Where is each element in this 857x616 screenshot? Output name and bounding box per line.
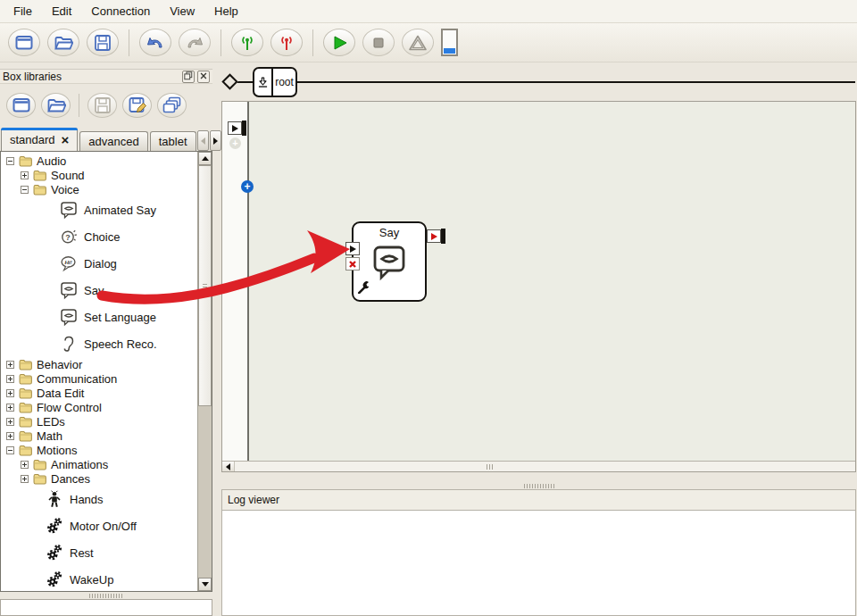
tree-item-rest[interactable]: Rest xyxy=(2,539,196,566)
say-onstart-input-port[interactable] xyxy=(345,242,360,255)
tree-item-hands[interactable]: Hands xyxy=(2,486,196,512)
breadcrumb-root[interactable]: root xyxy=(253,67,297,97)
tree-item-motor-on-off[interactable]: Motor On/Off xyxy=(2,512,196,539)
left-panel-splitter[interactable] xyxy=(0,592,212,599)
menu-file[interactable]: File xyxy=(4,1,42,21)
folder-icon xyxy=(33,184,46,196)
undo-arrow-icon xyxy=(146,33,165,53)
plus-expander-icon[interactable] xyxy=(6,404,14,412)
box-libraries-header: Box libraries xyxy=(0,69,212,84)
say-output-port[interactable] xyxy=(427,229,445,244)
robot-icon xyxy=(46,490,63,508)
floppy-edit-icon xyxy=(128,96,147,115)
tree-scrollbar-thumb[interactable] xyxy=(198,165,212,406)
tree-scrollbar[interactable] xyxy=(197,152,212,591)
add-port-button-faint[interactable]: + xyxy=(229,137,241,149)
tree-item-flow-control[interactable]: Flow Control xyxy=(2,400,196,414)
tree-item-label: Choice xyxy=(84,230,120,244)
speech-bubble-icon xyxy=(60,201,78,219)
wrench-icon[interactable] xyxy=(357,279,371,297)
open-library-button[interactable] xyxy=(41,93,71,118)
plus-expander-icon[interactable] xyxy=(21,461,29,469)
stop-button[interactable] xyxy=(362,29,395,56)
tree-item-math[interactable]: Math xyxy=(2,429,196,443)
menu-view[interactable]: View xyxy=(160,1,204,21)
debug-button[interactable] xyxy=(402,29,434,56)
tree-item-dialog[interactable]: Hi!Dialog xyxy=(2,250,196,277)
canvas-horizontal-scrollbar[interactable] xyxy=(222,461,855,471)
tree-item-leds[interactable]: LEDs xyxy=(2,414,196,429)
tree-item-say[interactable]: Say xyxy=(2,277,196,304)
tree-item-label: Rest xyxy=(70,546,94,560)
save-all-libraries-button[interactable] xyxy=(157,93,187,118)
diagram-onstart-port[interactable] xyxy=(228,121,246,136)
save-project-button[interactable] xyxy=(87,29,119,56)
save-library-button[interactable] xyxy=(87,93,117,118)
port-bar xyxy=(242,121,246,136)
add-port-button[interactable]: + xyxy=(241,180,254,193)
disconnect-button[interactable] xyxy=(270,29,303,56)
redo-button[interactable] xyxy=(179,29,211,56)
tree-item-motions[interactable]: Motions xyxy=(2,443,196,457)
save-library-as-button[interactable] xyxy=(122,93,152,118)
plus-expander-icon[interactable] xyxy=(6,375,14,383)
minus-expander-icon[interactable] xyxy=(6,157,14,165)
new-project-button[interactable] xyxy=(8,29,40,56)
say-onstop-input-port[interactable] xyxy=(345,257,360,271)
tree-item-data-edit[interactable]: Data Edit xyxy=(2,386,196,400)
open-project-button[interactable] xyxy=(47,29,79,56)
plus-expander-icon[interactable] xyxy=(6,361,14,369)
plus-expander-icon[interactable] xyxy=(21,171,29,179)
gears-icon xyxy=(46,517,63,535)
tree-item-label: LEDs xyxy=(37,415,65,429)
close-panel-button[interactable] xyxy=(197,71,210,83)
minus-expander-icon[interactable] xyxy=(21,186,29,194)
close-tab-icon[interactable]: × xyxy=(62,133,70,146)
scroll-left-button[interactable] xyxy=(222,462,235,471)
float-panel-button[interactable] xyxy=(182,71,195,83)
minus-expander-icon[interactable] xyxy=(6,446,14,454)
red-play-port-icon xyxy=(427,229,441,243)
new-library-button[interactable] xyxy=(6,93,36,118)
say-box[interactable]: Say xyxy=(352,221,427,302)
antenna-red-icon xyxy=(277,33,296,53)
toolbar-separator xyxy=(129,29,129,56)
tab-tablet[interactable]: tablet xyxy=(150,131,196,151)
plus-expander-icon[interactable] xyxy=(21,475,29,483)
tree-item-speech-reco[interactable]: Speech Reco. xyxy=(2,330,196,357)
scroll-up-button[interactable] xyxy=(198,152,212,165)
tree-item-label: Voice xyxy=(51,183,79,196)
float-window-icon xyxy=(184,70,193,83)
menu-help[interactable]: Help xyxy=(204,1,248,21)
tree-item-set-language[interactable]: Set Language xyxy=(2,304,196,330)
menu-edit[interactable]: Edit xyxy=(42,1,81,21)
tree-item-communication[interactable]: Communication xyxy=(2,371,196,386)
tree-item-animations[interactable]: Animations xyxy=(2,457,196,471)
play-button[interactable] xyxy=(323,29,355,56)
canvas-log-splitter[interactable] xyxy=(221,483,856,489)
scroll-down-button[interactable] xyxy=(198,578,212,591)
plus-expander-icon[interactable] xyxy=(6,432,14,440)
tree-item-voice[interactable]: Voice xyxy=(2,182,196,196)
menu-connection[interactable]: Connection xyxy=(81,1,160,21)
undo-button[interactable] xyxy=(139,29,171,56)
tab-advanced[interactable]: advanced xyxy=(79,131,147,151)
tree-item-choice[interactable]: ?Choice xyxy=(2,223,196,250)
tree-item-animated-say[interactable]: Animated Say xyxy=(2,196,196,223)
tree-item-behavior[interactable]: Behavior xyxy=(2,357,196,371)
tab-standard[interactable]: standard× xyxy=(1,128,78,151)
flow-diagram-canvas[interactable]: + + Say xyxy=(221,101,856,472)
log-viewer-content[interactable] xyxy=(221,510,856,616)
tree-item-audio[interactable]: Audio xyxy=(2,154,196,168)
tree-item-wakeup[interactable]: WakeUp xyxy=(2,566,196,590)
tree-item-dances[interactable]: Dances xyxy=(2,471,196,486)
battery-level xyxy=(444,48,455,54)
tabs-scroll-left-button[interactable] xyxy=(197,130,209,151)
connect-button[interactable] xyxy=(231,29,263,56)
tabs-scroll-right-button[interactable] xyxy=(210,130,221,151)
redo-arrow-icon xyxy=(185,33,204,53)
tree-item-sound[interactable]: Sound xyxy=(2,168,196,182)
toolbar-separator xyxy=(220,29,221,56)
plus-expander-icon[interactable] xyxy=(6,389,14,397)
plus-expander-icon[interactable] xyxy=(6,418,14,426)
